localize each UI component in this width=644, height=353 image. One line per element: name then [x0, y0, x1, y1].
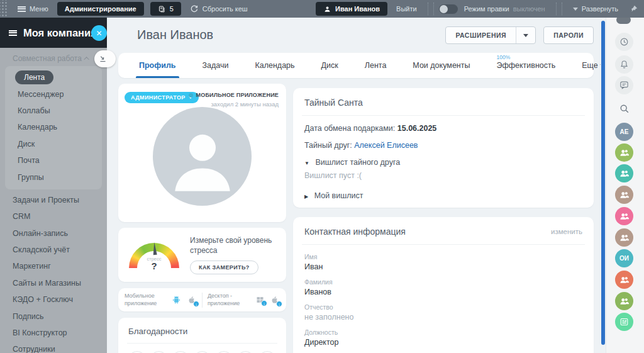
how-to-measure-button[interactable]: КАК ЗАМЕРИТЬ? [190, 261, 258, 274]
people-icon [619, 296, 630, 307]
sidebar-item-marketing[interactable]: Маркетинг [0, 258, 107, 274]
apps-card: Мобильное приложение ↓ Десктоп - приложе… [118, 288, 286, 311]
group-avatar[interactable] [615, 228, 633, 247]
edit-mode-label: Режим правки [464, 5, 509, 13]
edit-link[interactable]: изменить [551, 228, 582, 235]
group-avatar[interactable] [615, 164, 633, 182]
hamburger-icon[interactable] [9, 30, 17, 36]
sidebar-item-disk[interactable]: Диск [5, 136, 102, 152]
online-dot-icon [189, 93, 193, 98]
field-value: не заполнено [304, 313, 582, 322]
reset-cache-button[interactable]: Сбросить кеш [184, 0, 253, 18]
tab-profile[interactable]: Профиль [126, 53, 189, 78]
tab-efficiency[interactable]: 100% Эффективность [483, 53, 569, 78]
sidebar-item-employees[interactable]: Сотрудники [0, 341, 107, 353]
avatar-initials: ОИ [619, 255, 629, 262]
windows-download-button[interactable]: ↓ [255, 295, 265, 305]
logout-button[interactable]: Выйти [391, 0, 423, 18]
android-download-button[interactable] [171, 294, 182, 305]
news-avatar[interactable] [615, 313, 633, 331]
tab-more[interactable]: Еще [569, 53, 601, 78]
sidebar-item-bi[interactable]: BI Конструктор [0, 325, 107, 341]
tab-label: Задачи [203, 61, 229, 70]
sidebar-item-inventory[interactable]: Складской учёт [0, 242, 107, 258]
sidebar-item-label: Мессенджер [18, 90, 64, 99]
group-avatar[interactable] [615, 143, 633, 162]
tab-documents[interactable]: Мои документы [399, 53, 483, 78]
sidebar-item-crm[interactable]: CRM [0, 208, 107, 225]
vertical-scrollbar[interactable] [601, 21, 605, 345]
extensions-button[interactable]: РАСШИРЕНИЯ [446, 27, 516, 43]
mac-download-button[interactable]: ↓ [270, 295, 280, 305]
secret-friend-link[interactable]: Алексей Елисеев [354, 141, 418, 150]
sidebar-item-lenta[interactable]: Лента [5, 69, 102, 86]
sidebar-item-booking[interactable]: Онлайн-запись [0, 225, 107, 242]
sidebar-item-tasks[interactable]: Задачи и Проекты [0, 192, 107, 208]
collapse-menu-button[interactable] [94, 50, 116, 67]
field-value: Иванов [304, 288, 582, 296]
tab-tasks[interactable]: Задачи [189, 53, 242, 78]
current-user-button[interactable]: Иван Иванов [316, 2, 387, 16]
contact-info-card: Контактная информация изменить Имя Иван … [293, 217, 594, 353]
my-wishlist-label: Мой вишлист [314, 191, 364, 200]
tab-calendar[interactable]: Календарь [242, 53, 308, 78]
secret-friend-row: Тайный друг: Алексей Елисеев [304, 141, 582, 150]
sidebar-group-collab[interactable]: Совместная работа [13, 54, 96, 63]
sidebar-item-sites[interactable]: Сайты и Магазины [0, 275, 107, 291]
my-wishlist-toggle[interactable]: ▶ Мой вишлист [304, 191, 582, 200]
search-icon [618, 103, 630, 115]
field-label: Должность [304, 328, 582, 336]
desktop-app-block: Десктоп - приложение ↓ ↓ [208, 293, 280, 307]
pin-icon [630, 4, 638, 13]
group-avatar[interactable] [615, 271, 633, 289]
chat-button[interactable] [615, 76, 633, 94]
sidebar-item-collabs[interactable]: Коллабы [5, 103, 102, 119]
pin-button[interactable] [624, 0, 644, 18]
avatar-oi[interactable]: ОИ [615, 249, 633, 267]
role-badge-label: АДМИНИСТРАТОР [131, 94, 186, 101]
logout-label: Выйти [396, 5, 417, 13]
profile-avatar[interactable] [153, 107, 252, 206]
edit-mode-toggle[interactable] [439, 4, 458, 14]
role-badge[interactable]: АДМИНИСТРАТОР [125, 92, 199, 103]
friend-wishlist-toggle[interactable]: ▼ Вишлист тайного друга [304, 158, 582, 167]
current-user-name: Иван Иванов [335, 5, 380, 13]
ios-download-button[interactable]: ↓ [187, 295, 197, 305]
tab-feed[interactable]: Лента [352, 53, 400, 78]
history-button[interactable] [615, 33, 633, 51]
people-icon [619, 189, 630, 201]
edit-mode-state: выключен [513, 5, 545, 13]
secret-santa-card: Тайный Санта Дата обмена подарками: 15.0… [293, 88, 594, 208]
sidebar-item-messenger[interactable]: Мессенджер [5, 86, 102, 102]
close-sidebar-button[interactable]: ✕ [91, 25, 107, 41]
group-avatar[interactable] [615, 292, 633, 310]
sidebar-item-groups[interactable]: Группы [5, 169, 102, 185]
sidebar-item-sign[interactable]: Подпись [0, 308, 107, 324]
app-status-label: МОБИЛЬНОЕ ПРИЛОЖЕНИЕ [196, 92, 279, 98]
extensions-dropdown-button[interactable] [516, 27, 535, 43]
divider [302, 244, 585, 245]
sidebar-item-label: CRM [13, 212, 30, 221]
avatar-ae[interactable]: АЕ [615, 123, 633, 141]
hamburger-icon [18, 6, 26, 12]
sidebar-item-mail[interactable]: Почта [5, 152, 102, 169]
top-bar: Меню Администрирование 5 Сбросить кеш Ив… [0, 0, 644, 18]
administration-button[interactable]: Администрирование [57, 2, 144, 16]
search-button[interactable] [615, 99, 633, 118]
group-label: Совместная работа [13, 54, 82, 63]
expand-button[interactable]: Развернуть [567, 0, 624, 18]
sidebar-item-label: Задачи и Проекты [13, 196, 79, 205]
sidebar-item-kedo[interactable]: КЭДО + Госключ [0, 291, 107, 308]
drag-handle-icon[interactable] [0, 0, 8, 18]
menu-button[interactable]: Меню [12, 0, 54, 18]
gratitude-card: Благодарности ♥ ★ ✉ ⚑ ☺ ✎ ⋯ [118, 318, 286, 353]
notifications-button[interactable] [615, 55, 633, 74]
group-avatar[interactable] [615, 207, 633, 225]
reset-cache-label: Сбросить кеш [203, 5, 248, 13]
tab-disk[interactable]: Диск [308, 53, 352, 78]
counter-badge[interactable]: 5 [150, 2, 181, 16]
group-avatar[interactable] [615, 186, 633, 204]
sidebar-item-calendar[interactable]: Календарь [5, 119, 102, 135]
passwords-button[interactable]: ПАРОЛИ [543, 26, 594, 44]
mobile-app-status: МОБИЛЬНОЕ ПРИЛОЖЕНИЕ заходил 2 минуты на… [189, 92, 279, 108]
